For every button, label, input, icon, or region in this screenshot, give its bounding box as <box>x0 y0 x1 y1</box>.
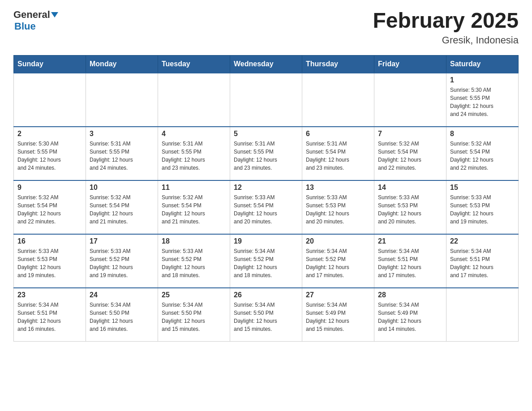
weekday-header-row: Sunday Monday Tuesday Wednesday Thursday… <box>14 55 519 73</box>
calendar-cell <box>14 73 86 127</box>
day-number: 10 <box>90 184 154 192</box>
day-info: Sunrise: 5:32 AM Sunset: 5:54 PM Dayligh… <box>90 193 154 226</box>
day-info: Sunrise: 5:32 AM Sunset: 5:54 PM Dayligh… <box>378 140 442 172</box>
day-number: 22 <box>450 237 515 245</box>
calendar-cell: 21Sunrise: 5:34 AM Sunset: 5:51 PM Dayli… <box>374 234 446 288</box>
header-thursday: Thursday <box>302 55 374 73</box>
day-number: 3 <box>90 130 154 138</box>
day-number: 15 <box>450 184 515 192</box>
calendar-cell: 9Sunrise: 5:32 AM Sunset: 5:54 PM Daylig… <box>14 180 86 234</box>
week-row-4: 16Sunrise: 5:33 AM Sunset: 5:53 PM Dayli… <box>14 234 519 288</box>
month-title: February 2025 <box>373 9 519 33</box>
calendar-cell: 14Sunrise: 5:33 AM Sunset: 5:53 PM Dayli… <box>374 180 446 234</box>
calendar-cell: 5Sunrise: 5:31 AM Sunset: 5:55 PM Daylig… <box>230 127 302 180</box>
day-number: 11 <box>162 184 226 192</box>
day-info: Sunrise: 5:33 AM Sunset: 5:52 PM Dayligh… <box>90 247 154 279</box>
day-info: Sunrise: 5:31 AM Sunset: 5:55 PM Dayligh… <box>90 140 154 172</box>
day-number: 7 <box>378 130 442 138</box>
day-info: Sunrise: 5:31 AM Sunset: 5:54 PM Dayligh… <box>306 140 370 172</box>
day-info: Sunrise: 5:34 AM Sunset: 5:50 PM Dayligh… <box>234 301 298 333</box>
header-tuesday: Tuesday <box>158 55 230 73</box>
calendar-cell: 1Sunrise: 5:30 AM Sunset: 5:55 PM Daylig… <box>446 73 519 127</box>
calendar-cell: 19Sunrise: 5:34 AM Sunset: 5:52 PM Dayli… <box>230 234 302 288</box>
day-info: Sunrise: 5:33 AM Sunset: 5:53 PM Dayligh… <box>306 193 370 226</box>
calendar-cell <box>446 288 519 342</box>
header-monday: Monday <box>86 55 158 73</box>
calendar-cell: 7Sunrise: 5:32 AM Sunset: 5:54 PM Daylig… <box>374 127 446 180</box>
calendar-cell <box>158 73 230 127</box>
calendar-cell: 15Sunrise: 5:33 AM Sunset: 5:53 PM Dayli… <box>446 180 519 234</box>
calendar-cell: 12Sunrise: 5:33 AM Sunset: 5:54 PM Dayli… <box>230 180 302 234</box>
day-number: 20 <box>306 237 370 245</box>
calendar-cell: 20Sunrise: 5:34 AM Sunset: 5:52 PM Dayli… <box>302 234 374 288</box>
day-info: Sunrise: 5:34 AM Sunset: 5:51 PM Dayligh… <box>450 247 515 279</box>
calendar-cell: 24Sunrise: 5:34 AM Sunset: 5:50 PM Dayli… <box>86 288 158 342</box>
calendar-cell: 11Sunrise: 5:32 AM Sunset: 5:54 PM Dayli… <box>158 180 230 234</box>
header-friday: Friday <box>374 55 446 73</box>
location-subtitle: Gresik, Indonesia <box>373 34 519 46</box>
day-number: 14 <box>378 184 442 192</box>
day-number: 8 <box>450 130 515 138</box>
calendar-cell: 27Sunrise: 5:34 AM Sunset: 5:49 PM Dayli… <box>302 288 374 342</box>
day-number: 17 <box>90 237 154 245</box>
day-info: Sunrise: 5:34 AM Sunset: 5:51 PM Dayligh… <box>17 301 82 333</box>
day-info: Sunrise: 5:34 AM Sunset: 5:49 PM Dayligh… <box>378 301 442 333</box>
calendar-cell <box>86 73 158 127</box>
day-info: Sunrise: 5:32 AM Sunset: 5:54 PM Dayligh… <box>162 193 226 226</box>
day-number: 21 <box>378 237 442 245</box>
week-row-3: 9Sunrise: 5:32 AM Sunset: 5:54 PM Daylig… <box>14 180 519 234</box>
day-number: 5 <box>234 130 298 138</box>
day-info: Sunrise: 5:32 AM Sunset: 5:54 PM Dayligh… <box>450 140 515 172</box>
calendar-cell: 6Sunrise: 5:31 AM Sunset: 5:54 PM Daylig… <box>302 127 374 180</box>
calendar-cell: 4Sunrise: 5:31 AM Sunset: 5:55 PM Daylig… <box>158 127 230 180</box>
day-number: 18 <box>162 237 226 245</box>
day-number: 6 <box>306 130 370 138</box>
day-number: 28 <box>378 291 442 299</box>
calendar-cell: 25Sunrise: 5:34 AM Sunset: 5:50 PM Dayli… <box>158 288 230 342</box>
week-row-5: 23Sunrise: 5:34 AM Sunset: 5:51 PM Dayli… <box>14 288 519 342</box>
day-info: Sunrise: 5:30 AM Sunset: 5:55 PM Dayligh… <box>450 86 515 118</box>
header-wednesday: Wednesday <box>230 55 302 73</box>
calendar-cell: 16Sunrise: 5:33 AM Sunset: 5:53 PM Dayli… <box>14 234 86 288</box>
day-info: Sunrise: 5:34 AM Sunset: 5:49 PM Dayligh… <box>306 301 370 333</box>
day-info: Sunrise: 5:31 AM Sunset: 5:55 PM Dayligh… <box>234 140 298 172</box>
week-row-1: 1Sunrise: 5:30 AM Sunset: 5:55 PM Daylig… <box>14 73 519 127</box>
day-number: 2 <box>17 130 82 138</box>
calendar-cell: 2Sunrise: 5:30 AM Sunset: 5:55 PM Daylig… <box>14 127 86 180</box>
day-number: 25 <box>162 291 226 299</box>
page-header: General Blue February 2025 Gresik, Indon… <box>13 9 519 46</box>
day-info: Sunrise: 5:33 AM Sunset: 5:54 PM Dayligh… <box>234 193 298 226</box>
calendar-cell: 17Sunrise: 5:33 AM Sunset: 5:52 PM Dayli… <box>86 234 158 288</box>
logo-general-text: General <box>13 9 50 21</box>
title-section: February 2025 Gresik, Indonesia <box>373 9 519 46</box>
logo-triangle-icon <box>51 12 58 17</box>
calendar-cell: 26Sunrise: 5:34 AM Sunset: 5:50 PM Dayli… <box>230 288 302 342</box>
week-row-2: 2Sunrise: 5:30 AM Sunset: 5:55 PM Daylig… <box>14 127 519 180</box>
day-number: 23 <box>17 291 82 299</box>
calendar-cell <box>230 73 302 127</box>
header-sunday: Sunday <box>14 55 86 73</box>
day-number: 16 <box>17 237 82 245</box>
day-info: Sunrise: 5:30 AM Sunset: 5:55 PM Dayligh… <box>17 140 82 172</box>
calendar-cell: 23Sunrise: 5:34 AM Sunset: 5:51 PM Dayli… <box>14 288 86 342</box>
header-saturday: Saturday <box>446 55 519 73</box>
calendar-cell: 18Sunrise: 5:33 AM Sunset: 5:52 PM Dayli… <box>158 234 230 288</box>
day-info: Sunrise: 5:34 AM Sunset: 5:52 PM Dayligh… <box>234 247 298 279</box>
logo-blue-text: Blue <box>14 21 36 32</box>
day-info: Sunrise: 5:34 AM Sunset: 5:52 PM Dayligh… <box>306 247 370 279</box>
day-number: 12 <box>234 184 298 192</box>
day-info: Sunrise: 5:34 AM Sunset: 5:50 PM Dayligh… <box>90 301 154 333</box>
calendar-cell: 22Sunrise: 5:34 AM Sunset: 5:51 PM Dayli… <box>446 234 519 288</box>
day-info: Sunrise: 5:34 AM Sunset: 5:51 PM Dayligh… <box>378 247 442 279</box>
calendar-cell: 8Sunrise: 5:32 AM Sunset: 5:54 PM Daylig… <box>446 127 519 180</box>
day-info: Sunrise: 5:33 AM Sunset: 5:52 PM Dayligh… <box>162 247 226 279</box>
calendar-cell: 28Sunrise: 5:34 AM Sunset: 5:49 PM Dayli… <box>374 288 446 342</box>
calendar-table: Sunday Monday Tuesday Wednesday Thursday… <box>13 55 519 342</box>
day-number: 13 <box>306 184 370 192</box>
day-info: Sunrise: 5:34 AM Sunset: 5:50 PM Dayligh… <box>162 301 226 333</box>
day-number: 24 <box>90 291 154 299</box>
day-info: Sunrise: 5:33 AM Sunset: 5:53 PM Dayligh… <box>17 247 82 279</box>
day-info: Sunrise: 5:31 AM Sunset: 5:55 PM Dayligh… <box>162 140 226 172</box>
calendar-cell: 3Sunrise: 5:31 AM Sunset: 5:55 PM Daylig… <box>86 127 158 180</box>
logo: General Blue <box>13 9 58 32</box>
